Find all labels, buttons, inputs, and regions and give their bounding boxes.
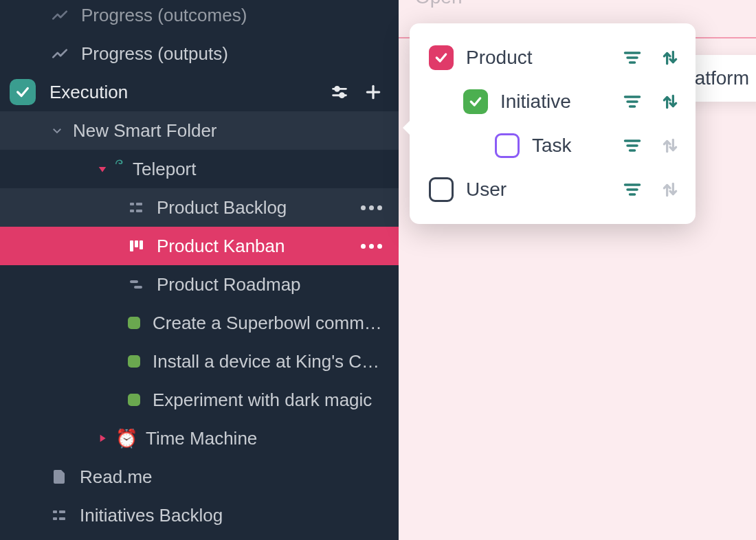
clock-icon: ⏰ (115, 428, 137, 449)
popup-row-label: Initiative (500, 91, 571, 113)
sidebar-item-product-backlog[interactable]: Product Backlog (0, 188, 399, 227)
sidebar-item-label: Execution (49, 82, 330, 103)
main-panel: Open latform Product Initiative (399, 0, 756, 540)
spiral-icon: ՞ (115, 159, 123, 180)
sidebar-item-label: Install a device at King's C… (153, 351, 399, 372)
sort-icon[interactable] (661, 49, 679, 67)
popup-row-user[interactable]: User (410, 168, 696, 212)
sidebar-item-label: Product Roadmap (157, 274, 399, 295)
sidebar-item-teleport[interactable]: ՞ Teleport (0, 150, 399, 188)
popup-row-task[interactable]: Task (410, 124, 696, 168)
more-icon[interactable] (361, 244, 399, 249)
chevron-right-icon[interactable] (96, 433, 109, 444)
checkbox-checked-icon[interactable] (429, 45, 454, 70)
sidebar-item-label: Time Machine (146, 428, 399, 449)
sidebar-item-label: Read.me (80, 466, 399, 488)
filter-icon[interactable] (623, 136, 642, 155)
svg-rect-14 (130, 280, 138, 283)
popup-row-label: Product (466, 47, 533, 69)
checkbox-empty-icon[interactable] (495, 133, 520, 158)
svg-rect-12 (135, 240, 138, 247)
sidebar-item-product-kanban[interactable]: Product Kanban (0, 227, 399, 265)
status-header: Open (415, 0, 463, 8)
svg-rect-15 (134, 286, 142, 289)
svg-point-2 (335, 87, 340, 91)
sidebar-item-label: Product Kanban (157, 236, 361, 257)
chevron-down-icon[interactable] (51, 124, 63, 137)
sidebar-item-label: Experiment with dark magic (153, 390, 399, 411)
svg-rect-11 (130, 240, 133, 251)
chart-line-icon (51, 6, 69, 24)
list-icon (51, 507, 67, 524)
grouping-popup: Product Initiative (410, 23, 696, 224)
sidebar-item-label: Product Backlog (157, 197, 361, 218)
sidebar-item-execution[interactable]: Execution (0, 73, 399, 111)
chevron-down-icon[interactable] (96, 163, 109, 175)
filter-icon[interactable] (623, 92, 642, 111)
document-icon (51, 469, 67, 485)
check-icon (10, 79, 36, 105)
task-bullet-icon (128, 394, 140, 406)
svg-rect-10 (136, 210, 142, 212)
sidebar-item-dark-magic[interactable]: Experiment with dark magic (0, 381, 399, 419)
checkbox-empty-icon[interactable] (429, 177, 454, 202)
chart-line-icon (51, 45, 69, 63)
sidebar-item-time-machine[interactable]: ⏰ Time Machine (0, 419, 399, 458)
sidebar-item-label: Initiatives Backlog (80, 505, 399, 526)
svg-rect-8 (130, 210, 134, 212)
svg-rect-19 (59, 510, 65, 513)
svg-marker-16 (100, 435, 106, 442)
sidebar-item-progress-outputs[interactable]: Progress (outputs) (0, 34, 399, 73)
sidebar: Progress (outcomes) Progress (outputs) E… (0, 0, 399, 540)
sort-icon[interactable] (661, 181, 679, 199)
sidebar-item-label: Progress (outcomes) (81, 5, 399, 26)
sidebar-item-progress-outcomes[interactable]: Progress (outcomes) (0, 0, 399, 34)
sidebar-item-label: Teleport (133, 159, 399, 180)
sidebar-item-initiatives-backlog[interactable]: Initiatives Backlog (0, 496, 399, 535)
sort-icon[interactable] (661, 93, 679, 111)
svg-rect-18 (53, 517, 57, 520)
svg-rect-7 (130, 203, 134, 205)
popup-row-label: User (466, 179, 507, 201)
popup-row-label: Task (532, 135, 572, 157)
sidebar-item-readme[interactable]: Read.me (0, 458, 399, 496)
sidebar-item-superbowl[interactable]: Create a Superbowl comm… (0, 304, 399, 342)
popup-row-product[interactable]: Product (410, 36, 696, 80)
filter-icon[interactable] (623, 48, 642, 67)
task-bullet-icon (128, 355, 140, 368)
sidebar-item-label: Progress (outputs) (81, 43, 399, 65)
filter-icon[interactable] (623, 180, 642, 199)
sidebar-item-new-smart-folder[interactable]: New Smart Folder (0, 111, 399, 150)
svg-marker-6 (99, 167, 107, 172)
popup-row-initiative[interactable]: Initiative (410, 80, 696, 124)
task-bullet-icon (128, 317, 140, 329)
svg-rect-9 (136, 203, 142, 205)
sliders-icon[interactable] (330, 82, 349, 102)
sort-icon[interactable] (661, 137, 679, 155)
sidebar-item-product-roadmap[interactable]: Product Roadmap (0, 265, 399, 304)
sidebar-item-label: Create a Superbowl comm… (153, 313, 399, 334)
kanban-icon (128, 238, 144, 254)
roadmap-icon (128, 276, 144, 293)
svg-point-3 (340, 93, 344, 98)
more-icon[interactable] (361, 205, 399, 210)
svg-rect-20 (59, 517, 65, 520)
plus-icon[interactable] (364, 83, 382, 101)
list-icon (128, 199, 144, 216)
svg-rect-13 (140, 240, 143, 249)
svg-rect-17 (53, 510, 57, 513)
sidebar-item-kings[interactable]: Install a device at King's C… (0, 342, 399, 381)
sidebar-item-label: New Smart Folder (73, 120, 399, 142)
checkbox-checked-icon[interactable] (463, 89, 488, 114)
